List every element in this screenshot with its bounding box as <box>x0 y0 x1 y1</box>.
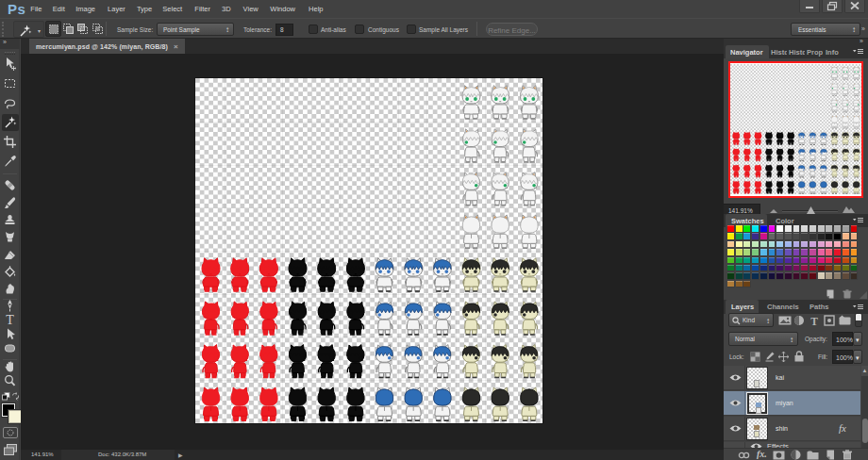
svg-text:T: T <box>6 313 14 327</box>
svg-text:T: T <box>810 316 818 327</box>
